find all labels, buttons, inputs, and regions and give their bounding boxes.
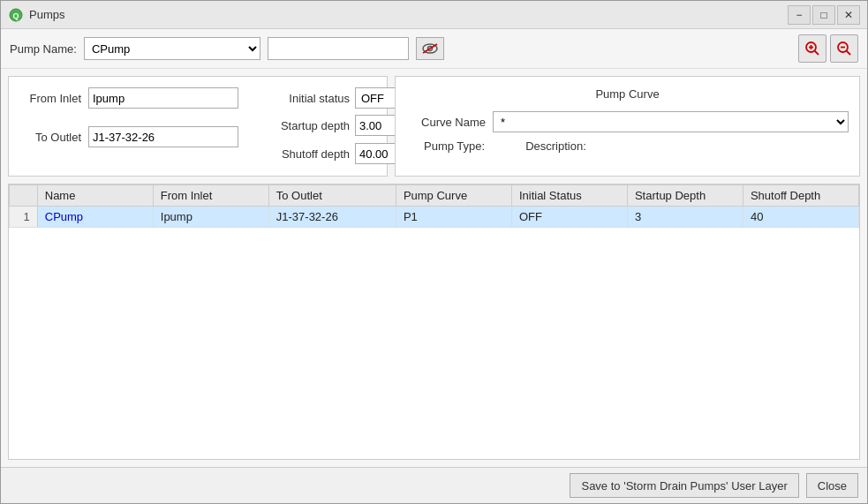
app-icon: Q — [8, 7, 24, 23]
col-header-status: Initial Status — [511, 185, 627, 207]
right-panel: Pump Curve Curve Name * Pump Type: Descr… — [395, 76, 860, 177]
search-input[interactable] — [268, 37, 409, 60]
cell-name: CPump — [37, 207, 153, 228]
svg-line-6 — [815, 51, 819, 56]
cell-pump-curve: P1 — [396, 207, 511, 228]
curve-name-select[interactable]: * — [493, 111, 849, 132]
curve-meta: Pump Type: Description: — [406, 139, 849, 153]
maximize-button[interactable]: □ — [812, 5, 835, 25]
pump-name-select[interactable]: CPump — [84, 37, 260, 60]
col-header-inlet: From Inlet — [153, 185, 268, 207]
startup-depth-label: Startup depth — [270, 119, 350, 132]
to-outlet-row: To Outlet — [19, 126, 238, 147]
close-button[interactable]: ✕ — [837, 5, 860, 25]
minimize-button[interactable]: − — [788, 5, 811, 25]
pump-name-label: Pump Name: — [10, 42, 77, 56]
data-table-section: Name From Inlet To Outlet Pump Curve Ini — [8, 184, 860, 460]
eye-button[interactable] — [416, 37, 444, 60]
svg-line-10 — [847, 51, 851, 56]
pump-type-label: Pump Type: — [424, 139, 485, 153]
cell-initial-status: OFF — [511, 207, 627, 228]
description-item: Description: — [525, 139, 592, 153]
col-header-name: Name — [37, 185, 153, 207]
shutoff-depth-label: Shutoff depth — [270, 147, 350, 161]
col-header-outlet: To Outlet — [268, 185, 396, 207]
table-row[interactable]: 1 CPump Ipump J1-37-32-26 P1 OFF 3 40 — [10, 207, 859, 228]
window-controls: − □ ✕ — [788, 5, 860, 25]
svg-text:Q: Q — [12, 11, 19, 20]
bottom-bar: Save to 'Storm Drain Pumps' User Layer C… — [1, 467, 867, 503]
top-panels: From Inlet To Outlet Initial status — [8, 76, 860, 177]
save-button[interactable]: Save to 'Storm Drain Pumps' User Layer — [570, 473, 798, 498]
cell-to-outlet: J1-37-32-26 — [268, 207, 396, 228]
zoom-in-button[interactable] — [798, 34, 826, 63]
cell-shutoff-depth: 40 — [743, 207, 858, 228]
zoom-out-button[interactable] — [830, 34, 858, 63]
pump-curve-title: Pump Curve — [406, 87, 849, 101]
from-inlet-row: From Inlet — [19, 87, 238, 109]
zoom-controls — [798, 34, 858, 63]
title-bar: Q Pumps − □ ✕ — [1, 1, 867, 29]
description-label: Description: — [525, 139, 586, 153]
col-header-shutoff: Shutoff Depth — [743, 185, 858, 207]
from-inlet-input[interactable] — [88, 87, 238, 109]
curve-name-label: Curve Name — [406, 116, 486, 129]
main-window: Q Pumps − □ ✕ Pump Name: CPump — [0, 0, 868, 504]
col-header-startup: Startup Depth — [627, 185, 743, 207]
from-inlet-label: From Inlet — [19, 92, 81, 105]
toolbar: Pump Name: CPump — [1, 29, 867, 69]
col-header-num — [10, 185, 38, 207]
col-header-curve: Pump Curve — [396, 185, 511, 207]
window-title: Pumps — [29, 8, 788, 21]
left-panel: From Inlet To Outlet Initial status — [8, 76, 388, 177]
cell-from-inlet: Ipump — [153, 207, 268, 228]
main-content: From Inlet To Outlet Initial status — [1, 69, 867, 467]
to-outlet-label: To Outlet — [19, 131, 81, 144]
pumps-table: Name From Inlet To Outlet Pump Curve Ini — [9, 184, 859, 228]
table-header-row: Name From Inlet To Outlet Pump Curve Ini — [10, 185, 859, 207]
close-button-footer[interactable]: Close — [806, 473, 858, 498]
cell-row-num: 1 — [10, 207, 38, 228]
pump-type-item: Pump Type: — [424, 139, 490, 153]
initial-status-label: Initial status — [270, 92, 350, 105]
to-outlet-input[interactable] — [88, 126, 238, 147]
curve-name-row: Curve Name * — [406, 111, 849, 132]
cell-startup-depth: 3 — [627, 207, 743, 228]
